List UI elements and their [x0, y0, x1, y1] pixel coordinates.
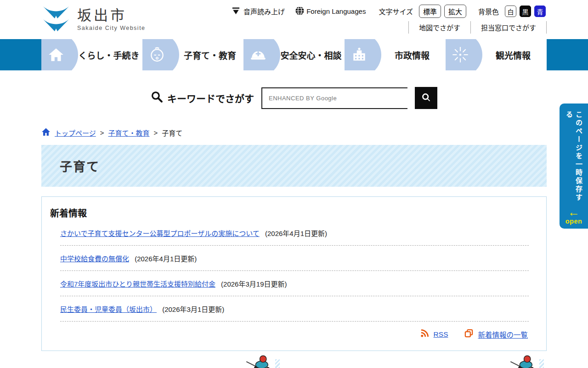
bgcolor-blue-button[interactable]: 青: [534, 6, 546, 17]
nav-item-kosodate[interactable]: 子育て・教育: [142, 39, 243, 70]
sparkle-icon: [452, 46, 469, 63]
breadcrumb-separator: >: [100, 129, 104, 137]
nav-label: くらし・手続き: [75, 49, 142, 61]
save-page-side-tab[interactable]: このページを一時保存する ← open: [560, 104, 588, 229]
bottom-category-kosodate: 子育て: [41, 365, 283, 368]
breadcrumb-link-top[interactable]: トップページ: [55, 128, 96, 138]
global-nav-inner: くらし・手続き 子育て・教育: [41, 39, 547, 70]
bottom-category-event: イベント情報: [305, 365, 547, 368]
news-list-item: 民生委員・児童委員（坂出市） (2026年3月1日更新): [60, 296, 529, 322]
news-date: (2026年4月1日更新): [265, 230, 327, 237]
open-label: open: [565, 218, 582, 225]
breadcrumb: トップページ > 子育て・教育 > 子育て: [41, 127, 547, 138]
search-caption: キーワードでさがす: [151, 91, 254, 105]
news-date: (2026年4月1日更新): [135, 255, 197, 263]
site-header: 坂出市 Sakaide City Website 音声読み上げ Foreign …: [0, 0, 588, 39]
baby-icon: [148, 46, 166, 63]
nav-label: 観光情報: [480, 49, 547, 61]
mascot-icon: [510, 353, 538, 368]
breadcrumb-link-section[interactable]: 子育て・教育: [108, 128, 149, 138]
save-page-label: このページを一時保存する: [564, 111, 583, 207]
nav-item-shisei[interactable]: 市政情報: [345, 39, 446, 70]
nav-item-anzen[interactable]: 安全安心・相談: [243, 39, 345, 70]
home-icon: [47, 46, 65, 63]
rss-icon: [420, 329, 429, 339]
site-title: 坂出市: [77, 6, 146, 25]
site-logo[interactable]: 坂出市 Sakaide City Website: [41, 4, 146, 34]
bgcolor-group: 背景色 白 黒 青: [478, 6, 546, 17]
news-box: 新着情報 さかいで子育て支援センター公募型プロポーザルの実施について (2026…: [41, 196, 547, 351]
page-title: 子育て: [60, 157, 100, 175]
audio-readout-link[interactable]: 音声読み上げ: [232, 6, 285, 17]
news-list: さかいで子育て支援センター公募型プロポーザルの実施について (2026年4月1日…: [60, 220, 529, 322]
rss-link[interactable]: RSS: [434, 330, 448, 339]
fontsize-large-button[interactable]: 拡大: [444, 5, 466, 18]
bgcolor-label: 背景色: [478, 6, 499, 16]
keyword-search-section: キーワードでさがす: [0, 70, 588, 124]
audio-readout-icon: [232, 6, 240, 17]
news-heading: 新着情報: [50, 206, 529, 219]
search-submit-button[interactable]: [415, 87, 437, 109]
news-list-item: 令和7年度坂出市ひとり親世帯生活支援特別給付金 (2026年3月19日更新): [60, 271, 529, 296]
nav-label: 安全安心・相談: [277, 49, 345, 61]
search-submit-icon: [421, 92, 431, 104]
search-icon: [151, 91, 163, 105]
news-date: (2026年3月19日更新): [221, 280, 287, 288]
bottom-category-row: 子育て イベント情報: [41, 365, 547, 368]
search-caption-label: キーワードでさがす: [167, 91, 254, 105]
news-link[interactable]: さかいで子育て支援センター公募型プロポーザルの実施について: [60, 230, 260, 237]
news-list-item: 中学校給食費の無償化 (2026年4月1日更新): [60, 246, 529, 271]
helmet-icon: [249, 46, 267, 63]
news-link[interactable]: 中学校給食費の無償化: [60, 255, 129, 263]
header-search-links-row: 地図でさがす 担当窓口でさがす: [408, 21, 547, 34]
audio-readout-label: 音声読み上げ: [243, 6, 285, 16]
bgcolor-black-button[interactable]: 黒: [520, 6, 531, 17]
fontsize-standard-button[interactable]: 標準: [419, 5, 441, 18]
header-utility-row: 音声読み上げ Foreign Languages 文字サイズ 標準 拡大 背景色…: [221, 5, 546, 18]
breadcrumb-current: 子育て: [162, 128, 182, 138]
nav-item-kurashi[interactable]: くらし・手続き: [41, 39, 142, 70]
news-link[interactable]: 民生委員・児童委員（坂出市）: [60, 305, 157, 313]
stripe-decoration: [275, 359, 280, 368]
mascot-icon: [246, 353, 274, 368]
news-list-item: さかいで子育て支援センター公募型プロポーザルの実施について (2026年4月1日…: [60, 220, 529, 246]
foreign-languages-link[interactable]: Foreign Languages: [295, 6, 366, 17]
news-link[interactable]: 令和7年度坂出市ひとり親世帯生活支援特別給付金: [60, 280, 215, 288]
nav-label: 子育て・教育: [176, 49, 243, 61]
fontsize-group: 文字サイズ 標準 拡大: [379, 5, 466, 18]
stripe-decoration: [539, 359, 544, 368]
city-emblem-icon: [41, 4, 71, 34]
site-subtitle: Sakaide City Website: [77, 25, 146, 31]
global-nav: くらし・手続き 子育て・教育: [0, 39, 588, 70]
news-list-link[interactable]: 新着情報の一覧: [478, 329, 528, 339]
news-list-page-icon: [464, 329, 473, 339]
site-title-group: 坂出市 Sakaide City Website: [77, 6, 146, 31]
office-search-link[interactable]: 担当窓口でさがす: [470, 21, 547, 34]
foreign-languages-label: Foreign Languages: [306, 7, 366, 15]
globe-icon: [295, 6, 305, 17]
cityhall-icon: [351, 46, 368, 63]
news-footer-links: RSS 新着情報の一覧: [50, 329, 529, 339]
bgcolor-white-button[interactable]: 白: [505, 6, 516, 17]
breadcrumb-home-icon[interactable]: [41, 127, 51, 138]
map-search-link[interactable]: 地図でさがす: [408, 21, 470, 34]
breadcrumb-separator: >: [153, 129, 158, 137]
left-arrow-icon: ←: [568, 207, 580, 218]
search-input[interactable]: [261, 87, 407, 109]
fontsize-label: 文字サイズ: [379, 6, 413, 16]
nav-item-kanko[interactable]: 観光情報: [446, 39, 547, 70]
nav-label: 市政情報: [379, 49, 446, 61]
page-title-bar: 子育て: [41, 145, 547, 187]
news-date: (2026年3月1日更新): [162, 305, 224, 313]
